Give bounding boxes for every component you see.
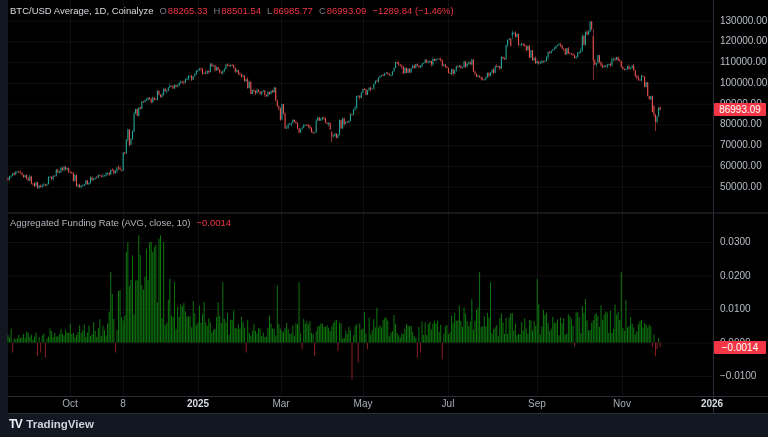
time-tick-label: Sep [528,396,546,414]
price-tick-label: 80000.00 [720,118,762,130]
funding-tick-label: −0.0100 [720,370,756,382]
time-tick-label: Oct [62,396,78,414]
time-tick-label: 2026 [701,396,723,414]
symbol-legend[interactable]: BTC/USD Average, 1D, Coinalyze O88265.33… [10,5,454,16]
time-axis[interactable]: Oct82025MarMayJulSepNov2026 [0,396,768,414]
ohlc-low-value: 86985.77 [273,5,313,16]
funding-tick-label: 0.0200 [720,270,751,282]
ohlc-close-value: 86993.09 [327,5,367,16]
time-tick-label: 8 [120,396,126,414]
time-tick-label: Jul [442,396,455,414]
ohlc-open-value: 88265.33 [168,5,208,16]
price-tick-label: 100000.00 [720,77,767,89]
time-tick-label: Mar [272,396,289,414]
tradingview-logo-icon: TV [9,417,21,431]
change-value: −1289.84 (−1.46%) [372,5,453,16]
price-tick-label: 70000.00 [720,139,762,151]
ohlc-high-key: H [213,5,220,16]
price-tick-label: 60000.00 [720,160,762,172]
ohlc-open: O88265.33 [159,5,207,16]
indicator-value: −0.0014 [196,217,231,228]
symbol-title[interactable]: BTC/USD Average, 1D, Coinalyze [10,5,153,16]
last-price-badge: 86993.09 [714,103,766,116]
ohlc-low-key: L [267,5,272,16]
ohlc-high: H88501.54 [213,5,261,16]
time-tick-label: Nov [613,396,631,414]
ohlc-high-value: 88501.54 [221,5,261,16]
ohlc-low: L86985.77 [267,5,313,16]
ohlc-close: C86993.09 [319,5,367,16]
price-tick-label: 50000.00 [720,181,762,193]
indicator-legend[interactable]: Aggregated Funding Rate (AVG, close, 10)… [10,217,231,228]
tradingview-chart-widget: BTC/USD Average, 1D, Coinalyze O88265.33… [0,0,768,437]
ohlc-open-key: O [159,5,166,16]
time-tick-label: May [354,396,373,414]
price-tick-label: 120000.00 [720,35,767,47]
funding-tick-label: 0.0300 [720,236,751,248]
indicator-title[interactable]: Aggregated Funding Rate (AVG, close, 10) [10,217,190,228]
time-tick-label: 2025 [187,396,209,414]
price-tick-label: 110000.00 [720,56,767,68]
tradingview-attribution-link[interactable]: TV TradingView [9,417,94,431]
funding-value-badge: −0.0014 [714,341,766,354]
price-tick-label: 130000.00 [720,15,767,27]
ohlc-close-key: C [319,5,326,16]
tradingview-brand-text: TradingView [26,418,94,430]
funding-tick-label: 0.0100 [720,303,751,315]
